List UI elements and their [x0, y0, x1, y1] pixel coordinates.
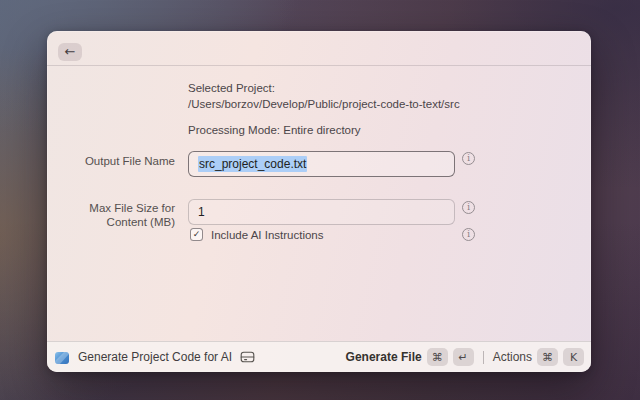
output-file-name-input[interactable]: src_project_code.txt	[188, 151, 455, 177]
max-file-size-label: Max File Size for Content (MB)	[47, 201, 175, 229]
back-arrow-icon: ←	[65, 44, 76, 59]
include-ai-row: ✓ Include AI Instructions	[190, 227, 324, 242]
command-title: Generate Project Code for AI	[78, 350, 232, 364]
info-icon[interactable]: i	[462, 152, 475, 165]
footer-actions: Generate File ⌘ ↵ Actions ⌘ K	[346, 348, 584, 366]
checkmark-icon: ✓	[193, 230, 201, 239]
selected-project-text: Selected Project: /Users/borzov/Develop/…	[188, 80, 470, 112]
include-ai-checkbox[interactable]: ✓	[190, 228, 203, 241]
summary-block: Selected Project: /Users/borzov/Develop/…	[188, 80, 470, 138]
footer-command-info: Generate Project Code for AI	[55, 350, 255, 364]
info-glyph: i	[467, 154, 470, 163]
info-glyph: i	[467, 203, 470, 212]
output-file-name-label: Output File Name	[47, 154, 175, 168]
k-keycap: K	[563, 348, 584, 366]
footer-bar: Generate Project Code for AI Generate Fi…	[47, 341, 591, 372]
hard-drive-icon	[240, 350, 255, 364]
max-file-size-input[interactable]: 1	[188, 199, 455, 225]
enter-keycap: ↵	[453, 348, 474, 366]
info-icon[interactable]: i	[462, 201, 475, 214]
back-button[interactable]: ←	[58, 43, 82, 61]
cmd-keycap: ⌘	[537, 348, 558, 366]
desktop-background: ← Selected Project: /Users/borzov/Develo…	[0, 0, 640, 400]
output-file-name-value: src_project_code.txt	[198, 156, 307, 172]
generate-file-button[interactable]: Generate File	[346, 350, 422, 364]
include-ai-label: Include AI Instructions	[211, 229, 324, 241]
actions-button[interactable]: Actions	[493, 350, 532, 364]
info-glyph: i	[467, 230, 470, 239]
max-file-size-value: 1	[198, 205, 205, 219]
info-icon[interactable]: i	[462, 228, 475, 241]
extension-form-window: ← Selected Project: /Users/borzov/Develo…	[47, 31, 591, 372]
cmd-keycap: ⌘	[427, 348, 448, 366]
processing-mode-text: Processing Mode: Entire directory	[188, 122, 470, 138]
footer-divider	[483, 351, 484, 364]
window-header: ←	[47, 31, 591, 66]
extension-icon	[55, 351, 69, 364]
